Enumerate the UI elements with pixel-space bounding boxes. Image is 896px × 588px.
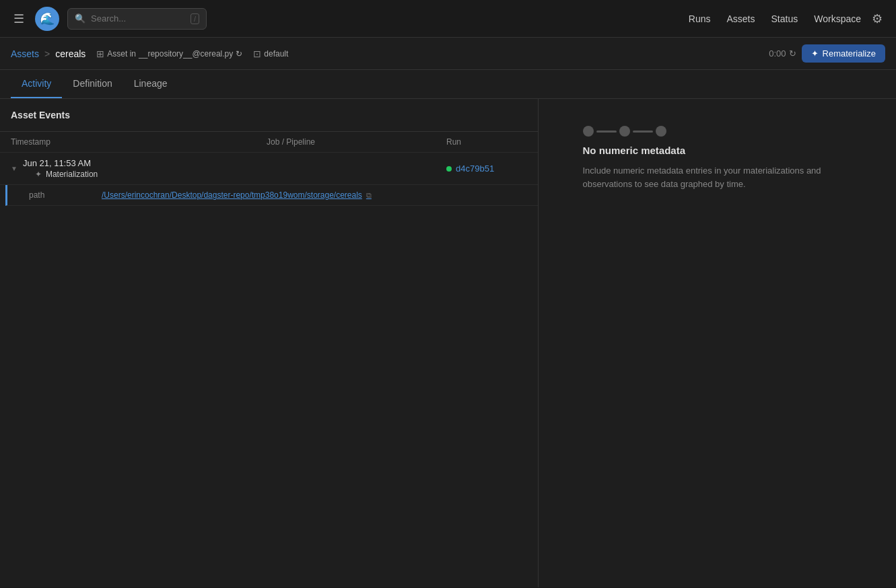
event-main-row[interactable]: ▼ Jun 21, 11:53 AM ✦ Materialization d4c… xyxy=(0,153,538,185)
col-run: Run xyxy=(446,137,527,147)
nav-link-assets[interactable]: Assets xyxy=(727,13,755,24)
asset-in-label: Asset in xyxy=(107,49,136,59)
logo-icon: 🌊 xyxy=(40,11,55,26)
no-metadata-card: No numeric metadata Include numeric meta… xyxy=(583,126,852,190)
col-job-pipeline: Job / Pipeline xyxy=(267,137,446,147)
asset-events-header: Asset Events xyxy=(0,99,538,132)
breadcrumb-assets-link[interactable]: Assets xyxy=(11,48,39,59)
no-metadata-description: Include numeric metadata entries in your… xyxy=(583,164,852,190)
default-label: default xyxy=(264,49,288,59)
rematerialize-label: Rematerialize xyxy=(823,48,876,59)
collapse-arrow-icon[interactable]: ▼ xyxy=(11,165,18,172)
search-shortcut: / xyxy=(191,13,199,24)
event-row-group: ▼ Jun 21, 11:53 AM ✦ Materialization d4c… xyxy=(0,153,538,206)
timer-display: 0:00 ↻ xyxy=(769,48,796,59)
metadata-row: path /Users/erincochran/Desktop/dagster-… xyxy=(5,185,538,206)
repository-icon: ⊞ xyxy=(96,48,104,59)
materialization-text: Materialization xyxy=(46,170,98,179)
tab-lineage[interactable]: Lineage xyxy=(123,70,178,98)
search-input[interactable] xyxy=(91,13,185,24)
breadcrumb-separator: > xyxy=(44,48,50,59)
search-bar: 🔍 / xyxy=(67,8,207,30)
default-partition-link[interactable]: ⊡ default xyxy=(253,48,288,59)
col-timestamp: Timestamp xyxy=(11,137,267,147)
metadata-value[interactable]: /Users/erincochran/Desktop/dagster-repo/… xyxy=(102,190,527,200)
chart-line xyxy=(596,131,617,133)
materialization-icon: ✦ xyxy=(35,170,42,179)
metadata-key: path xyxy=(29,190,96,200)
repository-link[interactable]: ⊞ Asset in __repository__@cereal.py ↻ xyxy=(96,48,242,59)
rematerialize-icon: ✦ xyxy=(811,48,819,59)
nav-link-workspace[interactable]: Workspace xyxy=(814,13,861,24)
run-status-dot xyxy=(446,166,452,172)
rematerialize-button[interactable]: ✦ Rematerialize xyxy=(802,44,885,63)
run-cell: d4c79b51 xyxy=(446,163,527,174)
timer-refresh-icon[interactable]: ↻ xyxy=(789,48,796,59)
left-panel: Asset Events Timestamp Job / Pipeline Ru… xyxy=(0,99,539,587)
nav-link-runs[interactable]: Runs xyxy=(689,13,711,24)
chart-dot-1 xyxy=(583,126,594,137)
metadata-path-text: /Users/erincochran/Desktop/dagster-repo/… xyxy=(102,190,362,200)
timer-value: 0:00 xyxy=(769,48,786,59)
main-content: Asset Events Timestamp Job / Pipeline Ru… xyxy=(0,99,896,587)
breadcrumb-current-asset: cereals xyxy=(55,48,85,59)
search-icon: 🔍 xyxy=(75,13,85,24)
nav-links: Runs Assets Status Workspace xyxy=(689,13,861,24)
tabs-bar: Activity Definition Lineage xyxy=(0,70,896,99)
chart-dot-3 xyxy=(656,126,666,137)
timestamp-cell: ▼ Jun 21, 11:53 AM ✦ Materialization xyxy=(11,158,267,179)
tab-activity[interactable]: Activity xyxy=(11,70,62,98)
chart-placeholder-icon xyxy=(583,126,666,137)
no-metadata-title: No numeric metadata xyxy=(583,145,686,156)
breadcrumb-bar: Assets > cereals ⊞ Asset in __repository… xyxy=(0,38,896,70)
chart-dot-2 xyxy=(619,126,630,137)
right-panel: No numeric metadata Include numeric meta… xyxy=(539,99,896,587)
nav-link-status[interactable]: Status xyxy=(771,13,798,24)
repository-name: __repository__@cereal.py xyxy=(139,49,233,59)
hamburger-menu-button[interactable]: ☰ xyxy=(11,9,27,29)
event-type-label: ✦ Materialization xyxy=(23,170,98,179)
tab-definition[interactable]: Definition xyxy=(62,70,123,98)
app-logo: 🌊 xyxy=(35,7,59,31)
event-timestamp: Jun 21, 11:53 AM xyxy=(23,158,98,168)
refresh-icon[interactable]: ↻ xyxy=(236,49,242,59)
chart-line-2 xyxy=(633,131,653,133)
breadcrumb-metadata: ⊞ Asset in __repository__@cereal.py ↻ ⊡ … xyxy=(96,48,288,59)
top-navigation: ☰ 🌊 🔍 / Runs Assets Status Workspace ⚙ xyxy=(0,0,896,38)
copy-icon[interactable]: ⧉ xyxy=(366,191,372,200)
settings-icon[interactable]: ⚙ xyxy=(869,9,885,29)
table-header: Timestamp Job / Pipeline Run xyxy=(0,132,538,153)
partition-icon: ⊡ xyxy=(253,48,261,59)
run-id-link[interactable]: d4c79b51 xyxy=(456,163,494,174)
